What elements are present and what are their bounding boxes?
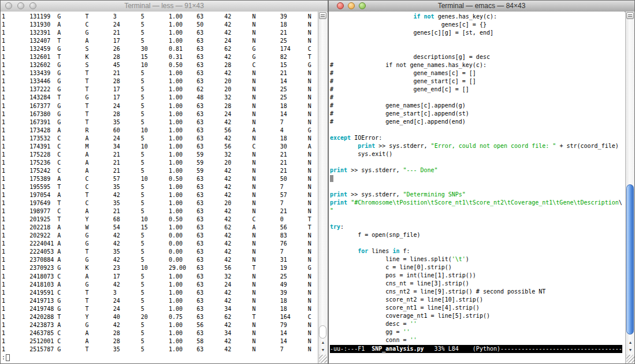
minimize-button[interactable] — [17, 2, 24, 9]
code-line: coverage_nt1 = line[5].strip() — [330, 312, 625, 320]
table-row: 1 174391 C M 34 10 1.00 63 56 C 30 A — [2, 143, 318, 151]
table-row: 1 197054 A T 42 5 1.00 63 42 N 57 N — [2, 191, 318, 199]
table-row: 1 2419713 G T 24 5 1.00 63 42 N 18 N — [2, 297, 318, 305]
table-row: 1 133439 G T 21 5 1.00 63 42 N 21 N — [2, 69, 318, 77]
close-button[interactable] — [337, 2, 344, 9]
table-row: 1 198977 C A 21 5 1.00 63 42 N 21 N — [2, 207, 318, 216]
code-line: # gene_end[c].append(end) — [330, 118, 625, 126]
table-row: 1 175236 C A 21 5 1.00 59 20 N 21 N — [2, 159, 318, 167]
code-line: # gene_start[c] = [] — [330, 77, 625, 86]
code-line — [330, 215, 625, 223]
less-buffer[interactable]: 1 131199 G T 3 5 1.00 63 42 N 39 N1 1319… — [1, 12, 318, 363]
code-line — [330, 37, 625, 45]
table-row: 1 137222 G T 17 5 1.00 62 20 N 25 N — [2, 86, 318, 94]
code-line: line = lines.split('\t') — [330, 255, 625, 263]
table-row: 1 131930 A C 24 5 1.00 50 42 N 18 N — [2, 21, 318, 29]
close-button[interactable] — [5, 2, 12, 9]
code-line: # gene_names[c].append(g) — [330, 102, 625, 110]
table-row: 1 2418103 A G 42 5 1.00 63 24 N 49 N — [2, 281, 318, 289]
table-row: 1 132601 T K 28 15 0.31 63 42 G 82 T — [2, 53, 318, 61]
resize-grip[interactable] — [626, 355, 634, 363]
table-row: 1 2370923 G K 23 10 29.00 63 56 T 19 G — [2, 264, 318, 272]
table-row: 1 2512001 C A 28 5 1.00 58 42 N 14 N — [2, 337, 318, 346]
scroll-up-arrow-icon[interactable]: ▲ — [318, 339, 328, 346]
code-line — [330, 45, 625, 53]
scroll-down-arrow-icon[interactable]: ▼ — [318, 347, 328, 354]
code-line — [330, 183, 625, 191]
window-title: Terminal — less — 91×43 — [1, 1, 328, 12]
table-row: 1 2419748 G T 24 5 1.00 63 34 N 18 N — [2, 305, 318, 313]
code-line: print >> sys.stderr, "--- Done" — [330, 166, 625, 174]
code-line: f = open(snp_file) — [330, 231, 625, 239]
table-row: 1 2463785 C A 28 5 1.00 63 34 N 14 N — [2, 329, 318, 337]
scrollback-menu-icon[interactable] — [319, 12, 326, 19]
code-line: # if not gene_names.has_key(c): — [330, 61, 625, 69]
table-row: 1 2370884 A G 42 5 0.00 63 42 N 31 N — [2, 256, 318, 264]
code-line: pos = int(line[1].strip()) — [330, 272, 625, 280]
code-line: except IOError: — [330, 134, 625, 142]
code-line: if not genes.has_key(c): — [330, 13, 625, 21]
modeline-filename: SNP_analysis.py — [372, 346, 424, 352]
scroll-down-arrow-icon[interactable]: ▼ — [626, 347, 635, 354]
code-line: c = line[0].strip() — [330, 263, 625, 272]
code-line: print >> sys.stderr, "Determining SNPs" — [330, 191, 625, 199]
table-row: 1 2420288 T Y 40 20 0.75 63 62 T 164 C — [2, 313, 318, 321]
table-row: 1 2224041 A G 42 5 0.00 63 42 N 76 N — [2, 240, 318, 248]
code-line: # gene_names[c] = [] — [330, 69, 625, 77]
modeline-flags: -uu-:---F1 — [330, 346, 372, 352]
titlebar-emacs[interactable]: Terminal — emacs — 84×43 — [329, 1, 634, 12]
code-line: print >> sys.stderr, "Error, could not o… — [330, 142, 625, 150]
minimize-button[interactable] — [348, 2, 355, 9]
table-row: 1 143284 T G 17 5 1.00 48 32 N 25 N — [2, 94, 318, 102]
titlebar-less[interactable]: Terminal — less — 91×43 — [1, 1, 328, 12]
table-row: 1 173428 A R 60 10 1.00 63 56 A 4 G — [2, 127, 318, 135]
terminal-window-less: Terminal — less — 91×43 1 131199 G T 3 5… — [0, 0, 328, 364]
table-row: 1 132391 A G 21 5 1.00 63 42 N 21 N — [2, 29, 318, 37]
table-row: 1 173532 C A 24 5 1.00 63 42 N 18 N — [2, 135, 318, 143]
scrollbar-thumb[interactable] — [319, 325, 326, 339]
code-line: # gene_end[c] = [] — [330, 86, 625, 94]
table-row: 1 132407 T A 17 5 1.00 63 24 N 25 N — [2, 37, 318, 45]
table-row: 1 167380 G T 28 5 1.00 63 24 N 14 N — [2, 110, 318, 118]
code-line: score_nt1 = line[4].strip() — [330, 304, 625, 312]
table-row: 1 195595 T C 35 5 1.00 63 42 N 7 N — [2, 183, 318, 191]
scroll-up-arrow-icon[interactable]: ▲ — [626, 339, 635, 346]
scrollbar-emacs[interactable]: ▲ ▼ — [625, 12, 634, 363]
table-row: 1 133446 G T 28 5 1.00 63 20 N 14 N — [2, 77, 318, 86]
scrollback-menu-icon[interactable] — [626, 12, 634, 19]
code-line: sys.exit() — [330, 150, 625, 158]
scrollbar-thumb[interactable] — [626, 184, 634, 335]
table-row: 1 2423873 A G 42 5 1.00 56 42 N 79 N — [2, 321, 318, 329]
scrollbar-less[interactable]: ▲ ▼ — [318, 12, 327, 363]
desktop: Terminal — less — 91×43 1 131199 G T 3 5… — [0, 0, 635, 364]
code-line: descriptions[g] = desc — [330, 53, 625, 61]
zoom-button[interactable] — [29, 2, 36, 9]
code-line: try: — [330, 223, 625, 231]
code-line — [330, 158, 625, 166]
terminal-cursor — [6, 354, 10, 361]
modeline-position: 33% L84 (Python) — [424, 346, 500, 352]
emacs-modeline: -uu-:---F1 SNP_analysis.py 33% L84 (Pyth… — [330, 345, 622, 353]
table-row: 1 167391 G T 35 5 1.00 63 42 N 7 N — [2, 118, 318, 127]
modeline-dashes: ----------------------------------- — [500, 346, 622, 352]
code-line — [330, 174, 625, 183]
emacs-cursor — [330, 175, 333, 182]
table-row: 1 197649 T C 35 5 1.00 63 20 N 7 N — [2, 199, 318, 207]
code-line: cns_nt = line[3].strip() — [330, 280, 625, 288]
code-line — [330, 239, 625, 247]
code-line: genes[c][g] = [st, end] — [330, 29, 625, 37]
resize-grip[interactable] — [319, 355, 327, 363]
terminal-window-emacs: Terminal — emacs — 84×43 if not genes.ha… — [328, 0, 635, 364]
table-row: 1 175389 A C 57 10 0.50 63 42 N 50 N — [2, 175, 318, 183]
table-row: 1 2515787 G T 35 5 1.00 63 42 N 7 N — [2, 346, 318, 354]
code-line: genes[c] = {} — [330, 21, 625, 29]
table-row: 1 132602 G S 45 10 0.50 63 28 C 15 G — [2, 61, 318, 69]
code-line: cns_nt2 = line[9].strip() # second possi… — [330, 288, 625, 296]
code-line — [330, 126, 625, 134]
code-line: # — [330, 94, 625, 102]
table-row: 1 132459 G S 26 30 0.81 63 62 G 174 C — [2, 45, 318, 53]
table-row: 1 2224053 A T 35 5 0.00 63 42 N 7 N — [2, 248, 318, 256]
emacs-buffer[interactable]: if not genes.has_key(c): genes[c] = {} g… — [329, 12, 625, 363]
zoom-button[interactable] — [359, 2, 366, 9]
table-row: 1 2418073 C A 17 5 1.00 63 32 N 25 N — [2, 273, 318, 281]
